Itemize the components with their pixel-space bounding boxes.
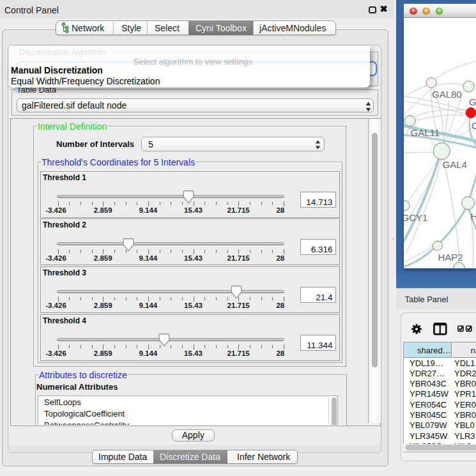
svg-text:C: C bbox=[472, 120, 476, 131]
svg-text:GAL80: GAL80 bbox=[432, 89, 462, 100]
svg-text:GCY1: GCY1 bbox=[404, 212, 427, 223]
svg-text:GAL4: GAL4 bbox=[442, 159, 466, 170]
svg-text:GAL11: GAL11 bbox=[410, 127, 440, 138]
svg-text:H: H bbox=[470, 211, 476, 222]
svg-text:HAP2: HAP2 bbox=[438, 252, 463, 263]
svg-text:GA: GA bbox=[469, 96, 476, 107]
